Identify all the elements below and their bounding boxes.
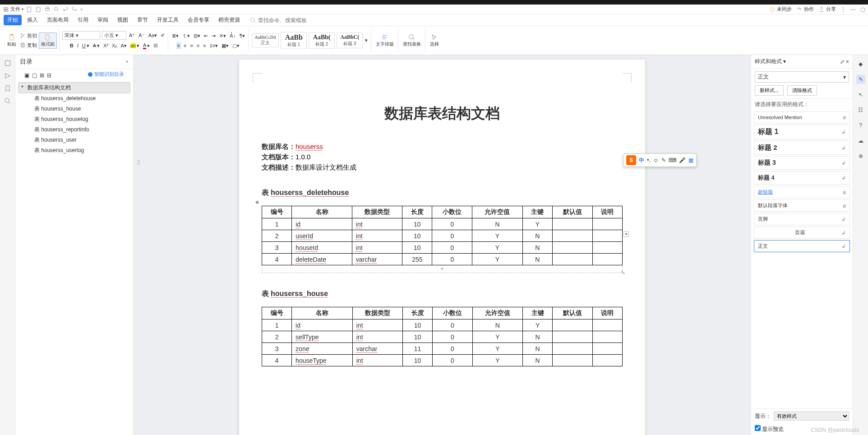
outline-promote-icon[interactable]: ⊞ <box>40 72 44 79</box>
rail-pencil-icon[interactable]: ✎ <box>856 75 865 84</box>
style-h1[interactable]: AaBb标题 1 <box>281 32 307 49</box>
qat-new-icon[interactable] <box>26 6 32 13</box>
styles-close-icon[interactable]: × <box>846 59 849 65</box>
rail-cloud-icon[interactable]: ☁ <box>856 136 865 145</box>
rail-nav-icon[interactable] <box>4 72 11 79</box>
menu-3[interactable]: 引用 <box>74 15 92 25</box>
outline-ai-detect[interactable]: 智能识别目录 <box>83 70 129 80</box>
align-justify-icon[interactable]: ≡ <box>196 42 200 49</box>
style-row[interactable]: 标题 4↲ <box>754 171 850 185</box>
style-row[interactable]: 页眉↲ <box>754 227 850 239</box>
tree-item[interactable]: 表 houserss_reportinfo <box>18 125 130 135</box>
ime-keyboard-icon[interactable]: ⌨ <box>669 157 676 163</box>
page-gutter-icon[interactable]: ▯ <box>137 159 140 165</box>
text-layout-button[interactable]: 文字排版 <box>374 33 396 48</box>
qat-print-icon[interactable] <box>44 6 51 13</box>
align-distribute-icon[interactable]: ≡ <box>202 42 207 49</box>
select-button[interactable]: 选择 <box>428 33 441 48</box>
outline-expand-icon[interactable]: ▣ <box>24 72 29 79</box>
bullets-icon[interactable]: ≣▾ <box>171 32 180 40</box>
qat-undo-icon[interactable] <box>62 6 69 13</box>
change-case-icon[interactable]: Aa▾ <box>148 32 158 39</box>
highlight-icon[interactable]: ab▾ <box>129 42 140 50</box>
align-left-icon[interactable]: ≡ <box>176 42 181 49</box>
borders-icon[interactable]: ▢▾ <box>231 42 240 50</box>
sync-status[interactable]: 未同步 <box>769 6 792 13</box>
menu-7[interactable]: 开发工具 <box>153 15 182 25</box>
menu-6[interactable]: 章节 <box>134 15 152 25</box>
style-normal[interactable]: AaBbCcDd正文 <box>252 33 279 47</box>
rail-settings-icon[interactable]: ☷ <box>856 106 865 115</box>
rail-help-icon[interactable]: ? <box>856 121 865 130</box>
command-search[interactable] <box>250 17 312 23</box>
qat-preview-icon[interactable] <box>53 6 60 13</box>
underline-icon[interactable]: U▾ <box>81 42 90 50</box>
style-row[interactable]: 超链接a <box>754 186 850 198</box>
rail-outline-icon[interactable] <box>4 60 11 67</box>
line-spacing-icon[interactable]: ‡≡▾ <box>209 42 219 50</box>
current-style-combo[interactable]: 正文▾ <box>755 71 849 83</box>
italic-icon[interactable]: I <box>76 42 79 49</box>
show-styles-select[interactable]: 有效样式 <box>774 412 849 421</box>
tree-item[interactable]: 表 houserss_user <box>18 135 130 145</box>
align-right-icon[interactable]: ≡ <box>189 42 194 49</box>
rail-more-icon[interactable]: ⊕ <box>856 152 865 161</box>
menu-1[interactable]: 插入 <box>23 15 42 25</box>
style-h3[interactable]: AaBbC(标题 3 <box>337 32 363 48</box>
paste-button[interactable]: 粘贴 <box>5 33 18 48</box>
window-min-icon[interactable]: — <box>850 6 856 13</box>
ime-emoji-icon[interactable]: ☺ <box>653 157 659 163</box>
shading-icon[interactable]: ▦▾ <box>221 42 230 50</box>
style-row[interactable]: 标题 1↲ <box>754 125 850 139</box>
qat-save-icon[interactable] <box>35 6 42 13</box>
ime-lang[interactable]: 中 <box>639 157 644 164</box>
ime-skin-icon[interactable]: ✎ <box>661 157 666 163</box>
rail-diamond-icon[interactable]: ◆ <box>856 60 865 69</box>
style-row[interactable]: 页脚↲ <box>754 213 850 225</box>
ime-voice-icon[interactable]: 🎤 <box>679 157 686 163</box>
menu-8[interactable]: 会员专享 <box>184 15 213 25</box>
ime-punct-icon[interactable]: •, <box>647 157 651 163</box>
outline-collapse-icon[interactable]: ▢ <box>32 72 37 79</box>
shrink-font-icon[interactable]: A⁻ <box>138 32 145 39</box>
tree-item[interactable]: 表 houserss_userlog <box>18 145 130 156</box>
table-resize-handle[interactable]: ⤡ <box>621 269 625 276</box>
clear-format-button[interactable]: 清除格式 <box>787 85 817 96</box>
new-style-button[interactable]: 新样式... <box>755 85 784 96</box>
format-painter-button[interactable]: 格式刷 <box>39 32 57 49</box>
inc-indent-icon[interactable]: ⇥ <box>211 32 217 40</box>
multilevel-icon[interactable]: ⊟▾ <box>193 32 201 40</box>
find-replace-button[interactable]: 查找替换 <box>401 33 423 48</box>
sort-icon[interactable]: Ả↓ <box>229 32 237 40</box>
menu-5[interactable]: 视图 <box>114 15 132 25</box>
app-menu-button[interactable]: 文件▾ <box>3 6 23 13</box>
tree-item[interactable]: 表 houserss_deletehouse <box>18 93 130 104</box>
show-preview-check[interactable]: 显示预览 <box>755 426 784 432</box>
qat-redo-icon[interactable] <box>71 6 78 13</box>
bold-icon[interactable]: B <box>69 42 74 49</box>
font-family-combo[interactable]: 宋体 ▾ <box>62 31 100 40</box>
dec-indent-icon[interactable]: ⇤ <box>203 32 209 40</box>
copy-button[interactable]: 复制 <box>19 41 38 50</box>
table-add-col[interactable]: + <box>623 231 629 237</box>
rail-cursor-icon[interactable]: ↖ <box>856 90 865 99</box>
style-h2[interactable]: AaBb(标题 2 <box>309 32 335 49</box>
command-search-input[interactable] <box>258 17 312 23</box>
ime-menu-icon[interactable]: ▦ <box>688 157 693 163</box>
font-color-icon[interactable]: A▾ <box>142 42 151 50</box>
collaborate-button[interactable]: 协作 <box>796 6 814 13</box>
clear-format-icon[interactable]: ✐ <box>160 32 166 39</box>
cut-button[interactable]: 剪切 <box>19 32 38 40</box>
text-direction-icon[interactable]: ✕▾ <box>218 32 227 40</box>
table-move-handle[interactable]: ✥ <box>254 199 261 206</box>
outline-demote-icon[interactable]: ⊟ <box>47 72 51 79</box>
share-button[interactable]: 分享 <box>818 6 836 13</box>
tree-item[interactable]: 表 houserss_houselog <box>18 114 130 125</box>
menu-9[interactable]: 稻壳资源 <box>215 15 244 25</box>
text-effect-icon[interactable]: A▾ <box>120 42 127 50</box>
superscript-icon[interactable]: X² <box>102 42 109 49</box>
tree-root[interactable]: 数据库表结构文档 <box>18 82 130 93</box>
rail-search-icon[interactable] <box>4 97 11 105</box>
style-row[interactable]: 默认段落字体a <box>754 199 850 212</box>
style-row[interactable]: 正文↲ <box>754 240 850 252</box>
